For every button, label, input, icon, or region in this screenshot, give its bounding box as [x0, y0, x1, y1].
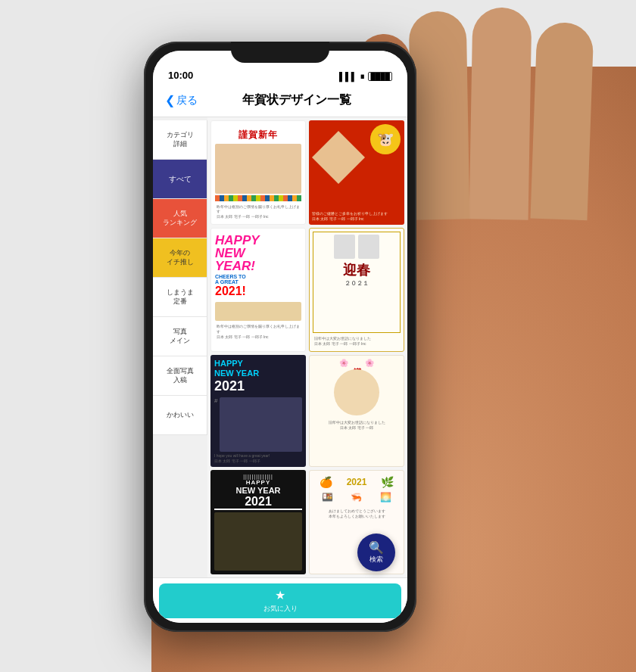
card4-photo2	[358, 235, 379, 259]
card4-year: ２０２１	[316, 279, 398, 288]
card7-happy: HAPPY	[214, 479, 302, 486]
card6-flowers2: 🌸	[365, 359, 374, 367]
card-mukae[interactable]: 迎春 ２０２１ 旧年中は大変お世話になりました 日本 太郎 宅子 一郎 一郎子 …	[309, 228, 404, 352]
wifi-icon: ∎	[360, 71, 365, 81]
search-fab-label: 検索	[369, 555, 383, 565]
card5-photo	[220, 397, 302, 452]
sidebar-item-popular[interactable]: 人気ランキング	[153, 199, 207, 238]
card8-food5: 🌅	[380, 492, 391, 502]
screen-content: 10:00 ▌▌▌ ∎ ████ ❮ 戻る 年賀状デザイン一覧	[153, 51, 407, 623]
card1-text: 昨年中は格別のご厚情を賜り厚くお礼申し上げます 日本 太郎 宅子 一郎 一郎子 …	[215, 203, 301, 221]
finger-2	[469, 7, 532, 219]
status-time: 10:00	[168, 62, 193, 81]
card-grid[interactable]: 謹賀新年 昨年中は格別のご厚情を賜り厚くお礼申し上げます 日本 太郎 宅子 一郎…	[207, 117, 407, 577]
sidebar: カテゴリ詳細 すべて 人気ランキング 今年のイチ推し	[153, 117, 207, 577]
card7-year: 2021	[214, 495, 302, 510]
tab-favorites[interactable]: ★ お気に入り	[159, 583, 401, 618]
chevron-left-icon: ❮	[165, 93, 175, 107]
finger-1	[530, 22, 594, 220]
card7-sunburst: ||||||||||||||	[214, 474, 302, 479]
sidebar-item-all[interactable]: すべて	[153, 160, 207, 199]
card3-text: 昨年中は格別のご厚情を賜り厚くお礼申し上げます 日本 太郎 宅子 一郎 一郎子 …	[215, 322, 301, 341]
card8-text: あけましておめでとうございます 本年もよろしくお願いいたします	[313, 507, 401, 521]
card6-photo	[334, 369, 379, 415]
card-kinenga-floral[interactable]: 🌸 謹賀新年 🌸 旧年中は大変お世話になりました 日本 太郎 宅子 一郎	[309, 355, 404, 467]
card-happy-black[interactable]: |||||||||||||| HAPPY NEW YEAR 2021	[210, 470, 306, 574]
card3-year: 2021!	[215, 285, 301, 298]
phone-body: 10:00 ▌▌▌ ∎ ████ ❮ 戻る 年賀状デザイン一覧	[144, 42, 416, 632]
card7-newyear: NEW YEAR	[214, 486, 302, 495]
signal-icon: ▌▌▌	[339, 72, 357, 81]
card5-title: HAPPYNEW YEAR2021	[214, 359, 302, 395]
back-button[interactable]: ❮ 戻る	[165, 93, 198, 107]
sidebar-item-cute[interactable]: かわいい	[153, 396, 207, 435]
status-icons: ▌▌▌ ∎ ████	[339, 64, 392, 81]
nav-bar: ❮ 戻る 年賀状デザイン一覧	[153, 84, 407, 117]
card1-photo	[215, 144, 301, 194]
card-ox-year[interactable]: 🐮 皆様のご健勝とご多幸をお祈り申し上げます 日本 太郎 宅子 一郎 一郎子 I…	[309, 120, 404, 225]
tab-favorites-label: お気に入り	[263, 604, 298, 614]
card-happy-dark[interactable]: HAPPYNEW YEAR2021 # I hope you will have…	[210, 355, 306, 467]
card2-ox-icon: 🐮	[364, 120, 404, 160]
card8-food2: 🌿	[381, 476, 394, 488]
sidebar-item-fullphoto[interactable]: 全面写真入稿	[153, 356, 207, 396]
card-happy-newyear[interactable]: HAPPYNEWYEAR! CHEERS TOA GREAT 2021! 昨年中…	[210, 228, 306, 352]
search-fab-icon: 🔍	[369, 540, 384, 555]
card2-photo	[312, 131, 365, 184]
search-fab-button[interactable]: 🔍 検索	[357, 534, 395, 571]
notch	[231, 42, 329, 63]
card3-photo	[215, 302, 301, 321]
finger-3	[409, 11, 470, 219]
card4-text: 旧年中は大変お世話になりました 日本 太郎 宅子 一郎 一郎子 Inc	[313, 334, 401, 348]
content-area: カテゴリ詳細 すべて 人気ランキング 今年のイチ推し	[153, 117, 407, 577]
page-title: 年賀状デザイン一覧	[198, 92, 395, 108]
card2-text: 皆様のご健勝とご多幸をお祈り申し上げます 日本 太郎 宅子 一郎 一郎子 Inc	[312, 211, 401, 221]
card5-text: I hope you will have a great year! 日本 太郎…	[214, 453, 302, 463]
tab-bar: ★ お気に入り	[153, 577, 407, 623]
scene: 10:00 ▌▌▌ ∎ ████ ❮ 戻る 年賀状デザイン一覧	[0, 0, 636, 672]
card4-mukae: 迎春	[343, 263, 370, 278]
sidebar-item-photo[interactable]: 写真メイン	[153, 317, 207, 356]
back-label: 戻る	[176, 94, 198, 107]
sidebar-item-category[interactable]: カテゴリ詳細	[153, 120, 207, 160]
card4-photo1	[334, 235, 355, 259]
card3-cheers: CHEERS TOA GREAT	[215, 274, 301, 285]
card8-food4: 🦐	[351, 492, 362, 502]
sidebar-item-thisyear[interactable]: 今年のイチ推し	[153, 238, 207, 278]
card5-hashtag: #	[214, 397, 217, 452]
card6-title: 謹賀新年	[351, 362, 362, 365]
card6-flowers: 🌸	[339, 359, 348, 367]
card-kinengashinnen[interactable]: 謹賀新年 昨年中は格別のご厚情を賜り厚くお礼申し上げます 日本 太郎 宅子 一郎…	[210, 120, 306, 225]
card6-text: 旧年中は大変お世話になりました 日本 太郎 宅子 一郎	[313, 418, 401, 432]
card1-title: 謹賀新年	[238, 129, 278, 140]
card8-food1: 🍊	[320, 476, 332, 488]
card3-happy: HAPPYNEWYEAR!	[215, 234, 301, 272]
star-icon: ★	[275, 588, 285, 602]
battery-icon: ████	[368, 72, 392, 81]
card7-photo	[214, 512, 302, 571]
card8-year: 2021	[347, 477, 367, 487]
card8-food3: 🍱	[322, 492, 333, 502]
sidebar-item-standard[interactable]: しまうま定番	[153, 278, 207, 317]
phone-screen: 10:00 ▌▌▌ ∎ ████ ❮ 戻る 年賀状デザイン一覧	[153, 51, 407, 623]
